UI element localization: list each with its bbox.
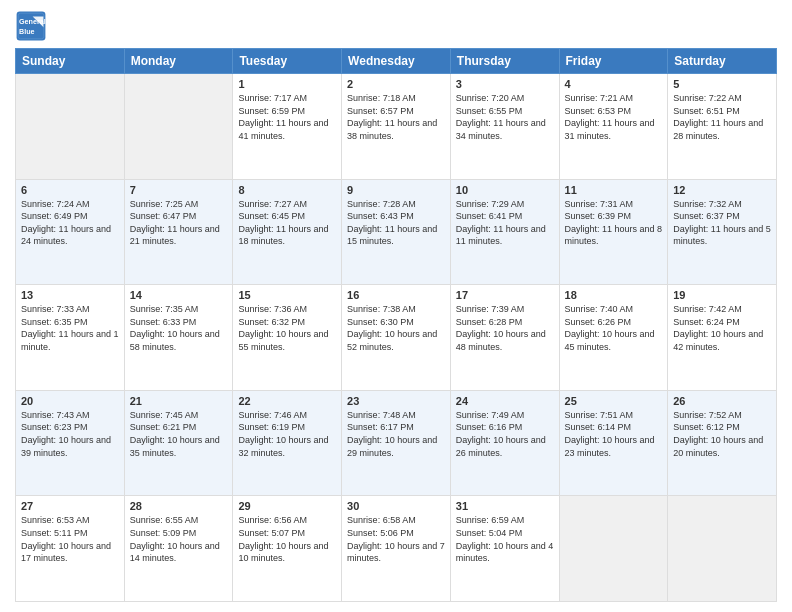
day-info: Sunrise: 7:48 AMSunset: 6:17 PMDaylight:… [347, 410, 437, 458]
day-info: Sunrise: 7:49 AMSunset: 6:16 PMDaylight:… [456, 410, 546, 458]
calendar-cell: 15 Sunrise: 7:36 AMSunset: 6:32 PMDaylig… [233, 285, 342, 391]
calendar-cell: 7 Sunrise: 7:25 AMSunset: 6:47 PMDayligh… [124, 179, 233, 285]
day-number: 10 [456, 184, 554, 196]
day-header-thursday: Thursday [450, 49, 559, 74]
calendar-cell [668, 496, 777, 602]
day-info: Sunrise: 6:58 AMSunset: 5:06 PMDaylight:… [347, 515, 445, 563]
day-info: Sunrise: 7:38 AMSunset: 6:30 PMDaylight:… [347, 304, 437, 352]
calendar-week-5: 27 Sunrise: 6:53 AMSunset: 5:11 PMDaylig… [16, 496, 777, 602]
day-number: 30 [347, 500, 445, 512]
calendar-cell [124, 74, 233, 180]
day-number: 17 [456, 289, 554, 301]
day-info: Sunrise: 7:45 AMSunset: 6:21 PMDaylight:… [130, 410, 220, 458]
calendar-week-1: 1 Sunrise: 7:17 AMSunset: 6:59 PMDayligh… [16, 74, 777, 180]
svg-text:General: General [19, 17, 46, 26]
day-info: Sunrise: 7:36 AMSunset: 6:32 PMDaylight:… [238, 304, 328, 352]
day-info: Sunrise: 7:33 AMSunset: 6:35 PMDaylight:… [21, 304, 119, 352]
calendar-cell: 13 Sunrise: 7:33 AMSunset: 6:35 PMDaylig… [16, 285, 125, 391]
day-number: 7 [130, 184, 228, 196]
page: General Blue SundayMondayTuesdayWednesda… [0, 0, 792, 612]
logo: General Blue [15, 10, 47, 42]
day-number: 16 [347, 289, 445, 301]
calendar-cell: 10 Sunrise: 7:29 AMSunset: 6:41 PMDaylig… [450, 179, 559, 285]
calendar-cell [16, 74, 125, 180]
day-info: Sunrise: 7:52 AMSunset: 6:12 PMDaylight:… [673, 410, 763, 458]
day-info: Sunrise: 7:21 AMSunset: 6:53 PMDaylight:… [565, 93, 655, 141]
calendar-cell: 5 Sunrise: 7:22 AMSunset: 6:51 PMDayligh… [668, 74, 777, 180]
calendar-cell: 12 Sunrise: 7:32 AMSunset: 6:37 PMDaylig… [668, 179, 777, 285]
day-number: 28 [130, 500, 228, 512]
day-info: Sunrise: 7:17 AMSunset: 6:59 PMDaylight:… [238, 93, 328, 141]
day-number: 31 [456, 500, 554, 512]
calendar-cell: 21 Sunrise: 7:45 AMSunset: 6:21 PMDaylig… [124, 390, 233, 496]
day-info: Sunrise: 7:46 AMSunset: 6:19 PMDaylight:… [238, 410, 328, 458]
day-number: 12 [673, 184, 771, 196]
calendar-cell: 19 Sunrise: 7:42 AMSunset: 6:24 PMDaylig… [668, 285, 777, 391]
day-number: 5 [673, 78, 771, 90]
day-header-monday: Monday [124, 49, 233, 74]
day-number: 24 [456, 395, 554, 407]
day-info: Sunrise: 7:29 AMSunset: 6:41 PMDaylight:… [456, 199, 546, 247]
day-info: Sunrise: 7:22 AMSunset: 6:51 PMDaylight:… [673, 93, 763, 141]
calendar-cell: 17 Sunrise: 7:39 AMSunset: 6:28 PMDaylig… [450, 285, 559, 391]
day-number: 29 [238, 500, 336, 512]
day-info: Sunrise: 6:56 AMSunset: 5:07 PMDaylight:… [238, 515, 328, 563]
day-info: Sunrise: 7:25 AMSunset: 6:47 PMDaylight:… [130, 199, 220, 247]
calendar-cell: 20 Sunrise: 7:43 AMSunset: 6:23 PMDaylig… [16, 390, 125, 496]
day-number: 22 [238, 395, 336, 407]
day-info: Sunrise: 7:51 AMSunset: 6:14 PMDaylight:… [565, 410, 655, 458]
day-header-friday: Friday [559, 49, 668, 74]
day-info: Sunrise: 7:18 AMSunset: 6:57 PMDaylight:… [347, 93, 437, 141]
day-number: 8 [238, 184, 336, 196]
day-info: Sunrise: 7:32 AMSunset: 6:37 PMDaylight:… [673, 199, 771, 247]
calendar-cell: 18 Sunrise: 7:40 AMSunset: 6:26 PMDaylig… [559, 285, 668, 391]
day-number: 3 [456, 78, 554, 90]
day-number: 13 [21, 289, 119, 301]
calendar-cell: 27 Sunrise: 6:53 AMSunset: 5:11 PMDaylig… [16, 496, 125, 602]
day-info: Sunrise: 7:28 AMSunset: 6:43 PMDaylight:… [347, 199, 437, 247]
day-header-saturday: Saturday [668, 49, 777, 74]
day-number: 14 [130, 289, 228, 301]
day-header-wednesday: Wednesday [342, 49, 451, 74]
calendar-cell: 11 Sunrise: 7:31 AMSunset: 6:39 PMDaylig… [559, 179, 668, 285]
day-info: Sunrise: 7:40 AMSunset: 6:26 PMDaylight:… [565, 304, 655, 352]
day-number: 20 [21, 395, 119, 407]
day-number: 15 [238, 289, 336, 301]
calendar-cell: 26 Sunrise: 7:52 AMSunset: 6:12 PMDaylig… [668, 390, 777, 496]
logo-icon: General Blue [15, 10, 47, 42]
calendar-cell: 31 Sunrise: 6:59 AMSunset: 5:04 PMDaylig… [450, 496, 559, 602]
day-number: 25 [565, 395, 663, 407]
calendar-cell: 8 Sunrise: 7:27 AMSunset: 6:45 PMDayligh… [233, 179, 342, 285]
calendar-cell: 23 Sunrise: 7:48 AMSunset: 6:17 PMDaylig… [342, 390, 451, 496]
calendar-cell: 6 Sunrise: 7:24 AMSunset: 6:49 PMDayligh… [16, 179, 125, 285]
day-info: Sunrise: 7:43 AMSunset: 6:23 PMDaylight:… [21, 410, 111, 458]
calendar-cell: 4 Sunrise: 7:21 AMSunset: 6:53 PMDayligh… [559, 74, 668, 180]
day-number: 23 [347, 395, 445, 407]
calendar-cell [559, 496, 668, 602]
day-number: 19 [673, 289, 771, 301]
calendar-cell: 16 Sunrise: 7:38 AMSunset: 6:30 PMDaylig… [342, 285, 451, 391]
day-info: Sunrise: 7:35 AMSunset: 6:33 PMDaylight:… [130, 304, 220, 352]
calendar-cell: 22 Sunrise: 7:46 AMSunset: 6:19 PMDaylig… [233, 390, 342, 496]
calendar-cell: 1 Sunrise: 7:17 AMSunset: 6:59 PMDayligh… [233, 74, 342, 180]
day-number: 1 [238, 78, 336, 90]
calendar-cell: 3 Sunrise: 7:20 AMSunset: 6:55 PMDayligh… [450, 74, 559, 180]
calendar-cell: 28 Sunrise: 6:55 AMSunset: 5:09 PMDaylig… [124, 496, 233, 602]
day-info: Sunrise: 6:59 AMSunset: 5:04 PMDaylight:… [456, 515, 554, 563]
day-number: 18 [565, 289, 663, 301]
svg-text:Blue: Blue [19, 27, 35, 36]
calendar-week-4: 20 Sunrise: 7:43 AMSunset: 6:23 PMDaylig… [16, 390, 777, 496]
day-info: Sunrise: 7:31 AMSunset: 6:39 PMDaylight:… [565, 199, 663, 247]
day-number: 4 [565, 78, 663, 90]
day-info: Sunrise: 7:24 AMSunset: 6:49 PMDaylight:… [21, 199, 111, 247]
calendar-table: SundayMondayTuesdayWednesdayThursdayFrid… [15, 48, 777, 602]
day-info: Sunrise: 7:20 AMSunset: 6:55 PMDaylight:… [456, 93, 546, 141]
day-number: 6 [21, 184, 119, 196]
calendar-cell: 14 Sunrise: 7:35 AMSunset: 6:33 PMDaylig… [124, 285, 233, 391]
day-info: Sunrise: 6:53 AMSunset: 5:11 PMDaylight:… [21, 515, 111, 563]
calendar-cell: 30 Sunrise: 6:58 AMSunset: 5:06 PMDaylig… [342, 496, 451, 602]
calendar-week-2: 6 Sunrise: 7:24 AMSunset: 6:49 PMDayligh… [16, 179, 777, 285]
day-info: Sunrise: 6:55 AMSunset: 5:09 PMDaylight:… [130, 515, 220, 563]
calendar-cell: 9 Sunrise: 7:28 AMSunset: 6:43 PMDayligh… [342, 179, 451, 285]
calendar-cell: 2 Sunrise: 7:18 AMSunset: 6:57 PMDayligh… [342, 74, 451, 180]
